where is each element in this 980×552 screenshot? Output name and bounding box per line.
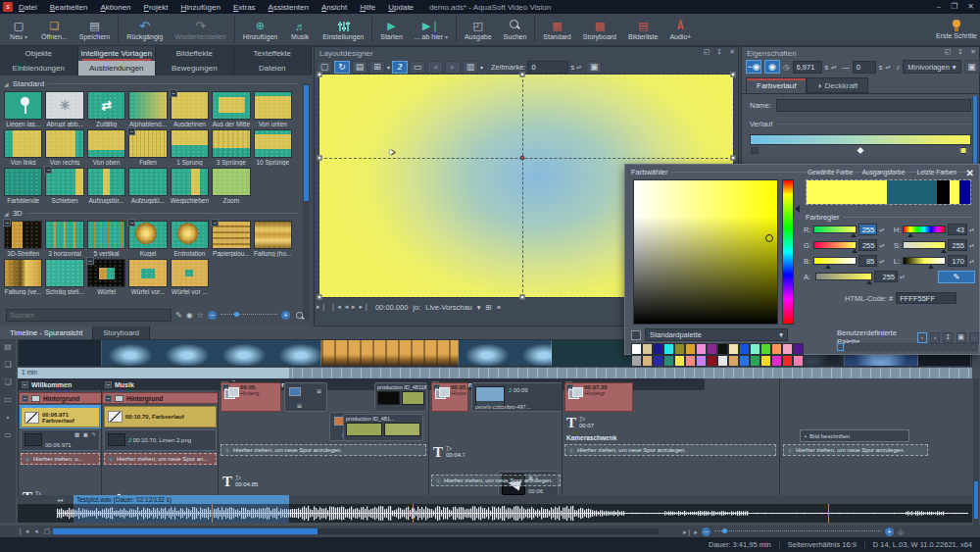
gradient-stop[interactable] <box>752 147 759 154</box>
custom-slot[interactable] <box>939 343 946 351</box>
palette-remove-button[interactable]: ▫ <box>930 332 940 343</box>
template-tile-ausdehnen[interactable]: − Ausdehnen <box>171 91 209 127</box>
palette-color[interactable] <box>717 355 728 367</box>
custom-slot[interactable] <box>876 343 883 351</box>
drop-zone[interactable]: ↓Hierher ziehen, u... <box>21 453 100 465</box>
resize-handle[interactable] <box>519 73 524 77</box>
toolbar-button-bilderliste[interactable]: ▤ Bilderliste <box>622 14 663 45</box>
grid-view-icon[interactable]: ⊞ <box>486 303 492 312</box>
custom-slot[interactable] <box>853 343 859 351</box>
close-panel-icon[interactable] <box>970 48 976 56</box>
offset-input[interactable] <box>853 61 876 74</box>
slider-stepper[interactable]: ▴▾ <box>900 275 907 278</box>
palette-color[interactable] <box>728 355 739 367</box>
toolbar-button-neu[interactable]: ▢ Neu ▾ <box>2 14 35 45</box>
custom-slot[interactable] <box>915 343 922 351</box>
template-tile-schräg-stell[interactable]: Schräg stell... <box>45 259 83 295</box>
close-panel-icon[interactable] <box>729 48 735 56</box>
slider-stepper[interactable]: ▴▾ <box>879 259 885 263</box>
slider-h[interactable] <box>903 226 946 233</box>
custom-slot[interactable] <box>845 343 852 351</box>
custom-slot[interactable] <box>931 343 938 351</box>
duration-input[interactable] <box>793 61 822 74</box>
audio-nav-icons[interactable]: ◂◂ <box>57 496 63 503</box>
collapse-badge[interactable]: − <box>211 219 219 226</box>
color-swatch[interactable] <box>959 180 970 204</box>
menu-item-assistenten[interactable]: Assistenten <box>269 3 309 12</box>
chapter-header[interactable]: −Musik <box>102 378 219 390</box>
toolbar-button-einstellungen[interactable]: Einstellungen <box>317 14 369 45</box>
slider-l[interactable] <box>903 257 946 265</box>
slider-g[interactable] <box>813 241 857 249</box>
resize-handle[interactable] <box>731 156 736 161</box>
toolbar-button-hinzufügen[interactable]: ⊕ Hinzufügen <box>237 14 283 45</box>
palette-color[interactable] <box>739 343 750 355</box>
template-tile-faltung-ho[interactable]: Faltung (ho... <box>254 221 292 257</box>
custom-slot[interactable] <box>955 343 961 351</box>
drop-zone[interactable]: ↓Hierher ziehen, um neue Spur anzulegen. <box>783 444 928 456</box>
palette-color[interactable] <box>717 343 728 355</box>
palette-color[interactable] <box>707 355 717 367</box>
palette-color[interactable] <box>782 355 793 367</box>
color-swatch[interactable] <box>807 180 887 204</box>
tab-dateien[interactable]: Dateien <box>234 61 313 75</box>
timeline-ruler[interactable]: 1 min <box>18 368 972 378</box>
float-panel-icon[interactable] <box>945 48 952 56</box>
palette-add-button[interactable]: ▫ <box>917 332 927 343</box>
slider-stepper[interactable]: ▴▾ <box>879 227 885 231</box>
chapter-header[interactable]: −Willkommen <box>19 378 102 390</box>
duration-stepper[interactable]: ▴▾ <box>831 65 839 69</box>
template-tile-von-rechts[interactable]: Von rechts <box>45 129 83 166</box>
slider-s[interactable] <box>903 241 946 249</box>
image-clip[interactable]: 2 00:10.70, Linien 2.png <box>104 429 217 451</box>
hscroll-thumb[interactable] <box>53 528 318 534</box>
grid-icon[interactable]: ⊞ <box>369 61 385 74</box>
template-tile-3-sprünge[interactable]: 3 Sprünge <box>212 129 250 166</box>
preview-eye-icon[interactable] <box>186 311 193 320</box>
dot-tool-icon[interactable]: • <box>7 413 10 422</box>
palette-color[interactable] <box>760 343 771 355</box>
template-tile-erdrotation[interactable]: Erdrotation <box>171 221 209 257</box>
transport-icons[interactable]: ▸❘ ❘◂ ◂ ▸ ▸❘ <box>317 303 370 311</box>
tab-deckkraft[interactable]: ◗ Deckkraft <box>807 77 868 93</box>
menu-item-ansicht[interactable]: Ansicht <box>321 3 347 12</box>
menu-item-aktionen[interactable]: Aktionen <box>100 3 130 12</box>
zoom-out-button[interactable]: − <box>208 311 217 320</box>
toolbar-button-standard[interactable]: ▦ Standard <box>537 14 576 45</box>
html-code-input[interactable] <box>896 292 956 304</box>
template-tile-aufzugstü[interactable]: Aufzugstü... <box>128 168 167 204</box>
tab-objekte[interactable]: Objekte <box>0 46 78 61</box>
palette-color[interactable] <box>793 343 804 355</box>
timeline-zoom-out[interactable]: − <box>702 527 710 536</box>
menu-item-hinzufügen[interactable]: Hinzufügen <box>180 3 220 12</box>
pin-panel-icon[interactable] <box>957 48 963 56</box>
template-tile-fallen[interactable]: − Fallen <box>128 129 167 166</box>
text-clip[interactable]: TT̲x00:04.77 <box>431 443 465 471</box>
chevron-down-icon[interactable] <box>387 64 390 71</box>
tab-bewegungen[interactable]: Bewegungen <box>156 61 234 75</box>
drop-zone[interactable]: ↓Hierher ziehen, um neue Spur anzulegen. <box>564 444 776 456</box>
template-tile-1-sprung[interactable]: 1 Sprung <box>171 129 209 166</box>
copy-tool-icon[interactable]: ❏ <box>4 360 11 369</box>
toolbar-button-wiederherstellen[interactable]: ↷ Wiederherstellen <box>169 14 232 45</box>
gradient-stop[interactable] <box>960 147 967 154</box>
gradient-clip[interactable]: 00:06.971Farbverlauf <box>21 406 100 427</box>
tab-ausblendungen[interactable]: Ausblendungen <box>78 61 157 75</box>
templates-scrollbar[interactable] <box>303 83 310 321</box>
palette-color[interactable] <box>642 343 653 355</box>
template-tile-würfel-vor[interactable]: Würfel vor ... <box>171 259 209 295</box>
template-tile-abrupt-abb[interactable]: ✳ Abrupt abb... <box>45 91 83 127</box>
menu-item-hilfe[interactable]: Hilfe <box>360 3 375 12</box>
video-clip[interactable]: 2 00:09pexels-cottonbro-497... <box>471 382 563 412</box>
tab-storyboard[interactable]: Storyboard <box>93 326 150 339</box>
palette-color[interactable] <box>782 343 793 355</box>
toolbar-button-storyboard[interactable]: ▩ Storyboard <box>577 14 622 45</box>
timeline-vscrollbar[interactable] <box>973 378 979 527</box>
minimize-button[interactable] <box>937 0 941 14</box>
slider-stepper[interactable]: ▴▾ <box>969 259 975 263</box>
toolbar-button-starten[interactable]: ▶ Starten <box>374 14 409 45</box>
custom-slot[interactable] <box>892 343 899 351</box>
slider-r[interactable] <box>813 226 857 233</box>
slider-stepper[interactable]: ▴▾ <box>879 243 885 247</box>
copy-tool-icon[interactable]: ❏ <box>4 377 11 386</box>
